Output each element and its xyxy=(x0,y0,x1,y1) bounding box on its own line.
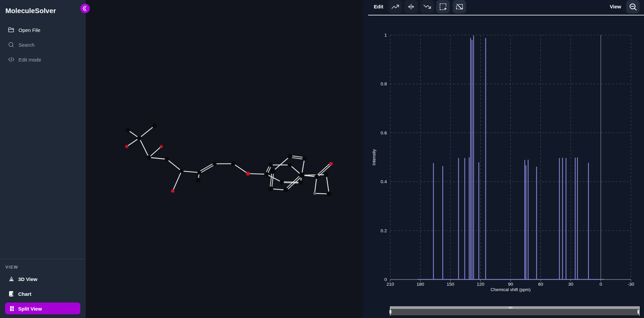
svg-text:Intensity: Intensity xyxy=(371,149,376,165)
svg-text:150: 150 xyxy=(447,282,454,287)
svg-text:30: 30 xyxy=(568,282,573,287)
svg-text:0.4: 0.4 xyxy=(380,179,387,184)
svg-text:0.8: 0.8 xyxy=(380,81,387,86)
svg-text:0: 0 xyxy=(600,282,602,287)
svg-text:180: 180 xyxy=(416,282,424,287)
svg-text:0.2: 0.2 xyxy=(380,228,387,233)
svg-text:210: 210 xyxy=(387,282,394,287)
svg-text:0.6: 0.6 xyxy=(380,130,387,135)
svg-text:90: 90 xyxy=(508,282,513,287)
svg-text:60: 60 xyxy=(538,282,543,287)
svg-text:-30: -30 xyxy=(628,282,634,287)
svg-text:120: 120 xyxy=(477,282,484,287)
svg-text:0: 0 xyxy=(384,277,387,282)
svg-text:Chemical shift (ppm): Chemical shift (ppm) xyxy=(490,287,530,292)
svg-text:1: 1 xyxy=(384,33,387,38)
